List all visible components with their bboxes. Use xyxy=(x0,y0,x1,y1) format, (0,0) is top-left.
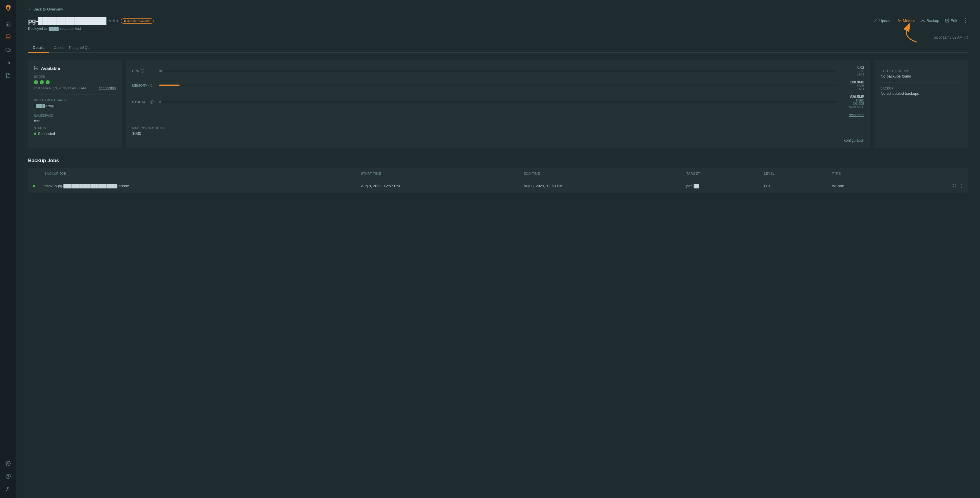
sidebar-item-cloud[interactable] xyxy=(3,45,13,55)
more-options-button[interactable]: ⋮ xyxy=(963,17,968,24)
page-header: pg-███████████████ v15.3 update availabl… xyxy=(28,17,968,31)
sidebar-item-billing[interactable] xyxy=(3,70,13,81)
config-section: MAX_CONNECTIONS 1000 configuration xyxy=(132,122,864,142)
sidebar-item-analytics[interactable] xyxy=(3,57,13,68)
namespace-value: test xyxy=(34,119,116,123)
last-backup-value: No backups found xyxy=(881,74,963,78)
col-end-time: END TIME xyxy=(519,168,681,179)
database-icon xyxy=(34,65,38,71)
row-actions-cell: ⋮ xyxy=(899,179,968,193)
back-link-label: Back to Overview xyxy=(33,7,63,11)
resources-link-text[interactable]: resources xyxy=(849,113,864,117)
col-level: LEVEL xyxy=(759,168,827,179)
backup-jobs-thead: BACKUP JOB START TIME END TIME TARGET LE xyxy=(28,168,968,179)
svg-point-7 xyxy=(7,487,9,489)
page-subtitle: Deployed to ████-setup on test xyxy=(28,27,154,31)
backup-status-card: LAST BACKUP JOB No backups found BACKUP … xyxy=(875,60,968,148)
sidebar-logo[interactable] xyxy=(3,3,13,13)
refresh-icon[interactable] xyxy=(964,35,968,40)
storage-info-icon[interactable]: i xyxy=(150,100,153,104)
resources-card: CPU i 0.02 6.00 LIMIT xyxy=(126,60,870,148)
deployment-target-label: DEPLOYMENT TARGET xyxy=(34,99,116,102)
row-restore-button[interactable] xyxy=(953,184,957,189)
cpu-values: 0.02 6.00 LIMIT xyxy=(841,65,864,76)
divider xyxy=(34,94,116,94)
timestamp-text: as of 11:43:02 AM xyxy=(934,35,963,40)
status-card: Available NODES Last seen Aug 9, 2023, 1… xyxy=(28,60,122,148)
tabs: Details Copilot - PostgreSQL xyxy=(28,43,968,53)
svg-point-4 xyxy=(8,463,9,464)
connection-link[interactable]: connection xyxy=(99,86,116,90)
sidebar-bottom xyxy=(3,458,13,495)
storage-value: 836.5MB xyxy=(841,95,864,99)
edit-button[interactable]: Edit xyxy=(945,18,957,23)
row-actions: ⋮ xyxy=(904,183,964,189)
status-row: Connected xyxy=(34,132,116,136)
deployment-target-inline: ████-setup xyxy=(49,27,68,31)
cpu-value: 0.02 xyxy=(841,65,864,70)
memory-resource-row: MEMORY i 288.9MB 12GB LIMIT xyxy=(132,80,864,91)
edit-label: Edit xyxy=(951,18,957,23)
configuration-link-text[interactable]: configuration xyxy=(844,139,864,142)
node-dot-1 xyxy=(34,80,38,84)
backup-label: Backup xyxy=(926,18,939,23)
table-row: backup-pg-████████████████████-adhoc Aug… xyxy=(28,179,968,193)
row-type-cell: Ad-hoc xyxy=(827,179,899,193)
col-status xyxy=(28,168,40,179)
node-dot-3 xyxy=(46,80,50,84)
backup-jobs-title: Backup Jobs xyxy=(28,158,968,164)
cards-grid: Available NODES Last seen Aug 9, 2023, 1… xyxy=(28,60,968,148)
storage-bar-fill xyxy=(159,101,161,103)
cpu-limit: 6.00 xyxy=(841,70,864,73)
svg-point-0 xyxy=(6,35,10,36)
storage-resource-row: STORAGE i 836.5MB USED 296.4GB AVAILABLE xyxy=(132,95,864,109)
update-button[interactable]: Update xyxy=(873,18,891,23)
nodes-label: NODES xyxy=(34,75,116,78)
cpu-resource-row: CPU i 0.02 6.00 LIMIT xyxy=(132,65,864,76)
deployed-prefix: Deployed to xyxy=(28,27,47,31)
status-label: STATUS xyxy=(34,127,116,130)
instance-name: pg-███████████████ xyxy=(28,17,107,25)
last-seen-text: Last seen Aug 9, 2023, 11:43:02 AM xyxy=(34,86,86,90)
status-dot xyxy=(34,132,36,135)
namespace-label: NAMESPACE xyxy=(34,114,116,117)
page-title-area: pg-███████████████ v15.3 update availabl… xyxy=(28,17,154,31)
sidebar-item-database[interactable] xyxy=(3,32,13,42)
cpu-limit-label: LIMIT xyxy=(841,73,864,76)
col-backup-job: BACKUP JOB xyxy=(40,168,356,179)
backup-button[interactable]: Backup xyxy=(921,18,939,23)
storage-available-label: AVAILABLE xyxy=(841,105,864,109)
update-available-badge: update available xyxy=(121,18,153,24)
tab-details[interactable]: Details xyxy=(28,43,49,53)
col-type: TYPE xyxy=(827,168,899,179)
deployment-target-value: ████-setup xyxy=(34,104,56,108)
col-target: TARGET xyxy=(681,168,759,179)
sidebar xyxy=(0,0,16,498)
resources-link: resources xyxy=(132,113,864,117)
row-more-button[interactable]: ⋮ xyxy=(959,183,964,189)
nodes-dots xyxy=(34,80,116,84)
memory-values: 288.9MB 12GB LIMIT xyxy=(841,80,864,91)
sidebar-item-settings[interactable] xyxy=(3,458,13,469)
sidebar-item-user[interactable] xyxy=(3,484,13,495)
node-dot-2 xyxy=(40,80,44,84)
backup-jobs-table: BACKUP JOB START TIME END TIME TARGET LE xyxy=(28,168,968,193)
metrics-button[interactable]: Metrics xyxy=(897,18,915,23)
memory-info-icon[interactable]: i xyxy=(148,84,152,87)
cpu-info-icon[interactable]: i xyxy=(141,69,144,73)
back-to-overview[interactable]: Back to Overview xyxy=(28,7,63,11)
header-actions: Update Metrics Backup xyxy=(873,17,968,24)
status-value: Connected xyxy=(38,132,55,136)
tab-copilot[interactable]: Copilot - PostgreSQL xyxy=(49,43,94,53)
update-label: Update xyxy=(879,18,891,23)
row-level-cell: Full xyxy=(759,179,827,193)
sidebar-item-help[interactable] xyxy=(3,471,13,482)
col-actions xyxy=(899,168,968,179)
cpu-bar-bg xyxy=(159,70,837,72)
last-backup-row: LAST BACKUP JOB No backups found xyxy=(881,65,963,83)
storage-available: 296.4GB xyxy=(841,102,864,105)
sidebar-item-home[interactable] xyxy=(3,19,13,29)
svg-point-10 xyxy=(35,66,38,67)
timestamp-row: as of 11:43:02 AM xyxy=(28,35,968,40)
config-link: configuration xyxy=(132,138,864,142)
